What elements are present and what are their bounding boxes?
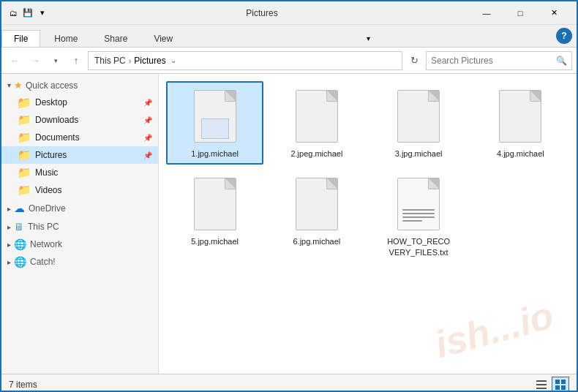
title-bar-left-icons: 🗂 💾 ▾: [7, 7, 48, 19]
file-icon-3: [393, 87, 444, 146]
text-file-lines: [402, 209, 435, 224]
file-icon-5: [189, 175, 241, 233]
file-name-5: 5.jpg.michael: [191, 236, 239, 246]
text-line-1: [402, 209, 435, 211]
catch-icon: 🌐: [14, 256, 26, 268]
network-header[interactable]: ▸ 🌐 Network: [1, 235, 158, 253]
quick-access-header[interactable]: ▾ ★ Quick access: [1, 77, 158, 94]
catch-expand-icon: ▸: [7, 258, 11, 266]
help-button[interactable]: ?: [556, 28, 572, 44]
network-globe-icon: 🌐: [14, 238, 26, 250]
thispc-expand-icon: ▸: [7, 223, 11, 231]
text-line-4: [402, 220, 421, 222]
svg-rect-1: [536, 384, 547, 385]
thispc-header[interactable]: ▸ 🖥 This PC: [1, 218, 158, 235]
sidebar-desktop-label: Desktop: [35, 97, 67, 108]
file-shape-5: [194, 178, 236, 230]
up-button[interactable]: ↑: [67, 52, 85, 69]
sidebar-item-desktop[interactable]: 📁 Desktop 📌: [1, 94, 158, 111]
quick-access-label: Quick access: [26, 80, 78, 91]
window-title: Pictures: [54, 8, 470, 18]
maximize-button[interactable]: □: [503, 1, 537, 25]
sidebar-item-downloads[interactable]: 📁 Downloads 📌: [1, 111, 158, 129]
title-bar: 🗂 💾 ▾ Pictures — □ ✕: [1, 1, 577, 25]
svg-rect-0: [536, 380, 547, 382]
down-arrow-icon[interactable]: ▾: [37, 7, 48, 19]
watermark: ish...io: [430, 293, 558, 367]
file-item-6[interactable]: 6.jpg.michael: [268, 169, 365, 263]
status-bar: 7 items: [1, 374, 577, 392]
file-item-2[interactable]: 2.jpeg.michael: [268, 81, 365, 165]
path-separator-1: ›: [129, 56, 132, 65]
quick-access-collapse-icon: ▾: [7, 81, 11, 89]
sidebar-videos-label: Videos: [35, 185, 61, 195]
file-name-7: HOW_TO_RECOVERY_FILES.txt: [386, 236, 451, 257]
file-shape-2: [296, 90, 338, 143]
tab-view[interactable]: View: [141, 30, 185, 47]
text-line-2: [402, 213, 435, 214]
sidebar-pictures-label: Pictures: [35, 150, 67, 160]
path-dropdown-icon[interactable]: ⌄: [170, 56, 176, 64]
catch-header[interactable]: ▸ 🌐 Catch!: [1, 253, 158, 271]
minimize-button[interactable]: —: [470, 1, 503, 25]
file-name-3: 3.jpg.michael: [395, 148, 443, 159]
ribbon-collapse-icon[interactable]: ▾: [367, 34, 370, 42]
search-input[interactable]: [431, 56, 556, 66]
file-item-7[interactable]: HOW_TO_RECOVERY_FILES.txt: [370, 169, 468, 263]
file-item-3[interactable]: 3.jpg.michael: [370, 81, 468, 165]
file-area: ish...io 1.jpg.michael 2.jpeg.michael: [159, 74, 577, 374]
network-label: Network: [30, 239, 62, 249]
breadcrumb-pictures: Pictures: [134, 56, 165, 66]
sidebar: ▾ ★ Quick access 📁 Desktop 📌 📁 Downloads…: [1, 74, 159, 374]
file-icon-2: [291, 87, 342, 146]
list-view-button[interactable]: [533, 377, 550, 393]
file-name-2: 2.jpeg.michael: [290, 148, 342, 159]
list-view-icon: [536, 379, 547, 391]
file-shape-3: [397, 90, 440, 143]
svg-rect-2: [536, 388, 547, 389]
close-button[interactable]: ✕: [537, 1, 571, 25]
tab-home[interactable]: Home: [42, 30, 90, 47]
pictures-folder-icon: 📁: [18, 148, 31, 162]
sidebar-item-music[interactable]: 📁 Music: [1, 164, 158, 181]
text-line-3: [402, 216, 435, 218]
file-name-1: 1.jpg.michael: [191, 148, 239, 159]
file-shape-1: [194, 90, 236, 143]
search-box[interactable]: 🔍: [426, 51, 572, 70]
sidebar-item-pictures[interactable]: 📁 Pictures 📌: [1, 146, 158, 164]
desktop-pin-icon: 📌: [143, 99, 152, 107]
file-item-5[interactable]: 5.jpg.michael: [166, 169, 263, 263]
thispc-computer-icon: 🖥: [14, 221, 24, 233]
desktop-folder-icon: 📁: [18, 96, 31, 109]
tab-share[interactable]: Share: [91, 30, 140, 47]
onedrive-cloud-icon: ☁: [14, 202, 25, 215]
network-expand-icon: ▸: [7, 241, 11, 249]
sidebar-item-videos[interactable]: 📁 Videos: [1, 181, 158, 199]
onedrive-header[interactable]: ▸ ☁ OneDrive: [1, 199, 158, 218]
search-icon[interactable]: 🔍: [556, 56, 567, 66]
file-shape-6: [296, 178, 338, 230]
sidebar-music-label: Music: [35, 167, 58, 178]
videos-folder-icon: 📁: [18, 184, 31, 197]
pictures-pin-icon: 📌: [143, 151, 152, 159]
file-icon-1: [189, 87, 241, 146]
large-icons-view-button[interactable]: [552, 377, 569, 393]
downloads-pin-icon: 📌: [143, 116, 152, 124]
sidebar-item-documents[interactable]: 📁 Documents 📌: [1, 129, 158, 146]
breadcrumb-thispc: This PC: [94, 56, 126, 66]
file-icon-7: [393, 175, 444, 233]
file-icon-4: [495, 87, 546, 146]
thispc-label: This PC: [28, 222, 59, 232]
address-path[interactable]: This PC › Pictures ⌄: [88, 51, 402, 70]
file-item-4[interactable]: 4.jpg.michael: [472, 81, 569, 165]
music-folder-icon: 📁: [18, 166, 31, 179]
address-bar: ← → ▾ ↑ This PC › Pictures ⌄ ↻ 🔍: [1, 48, 577, 74]
tab-file[interactable]: File: [1, 30, 40, 47]
file-item-1[interactable]: 1.jpg.michael: [166, 81, 263, 165]
back-button[interactable]: ←: [6, 52, 23, 69]
save-icon: 💾: [22, 7, 34, 19]
refresh-button[interactable]: ↻: [405, 52, 423, 69]
ribbon-tabs-row: File Home Share View ▾ ?: [1, 25, 577, 47]
forward-button[interactable]: →: [26, 52, 44, 69]
dropdown-button[interactable]: ▾: [47, 52, 64, 69]
